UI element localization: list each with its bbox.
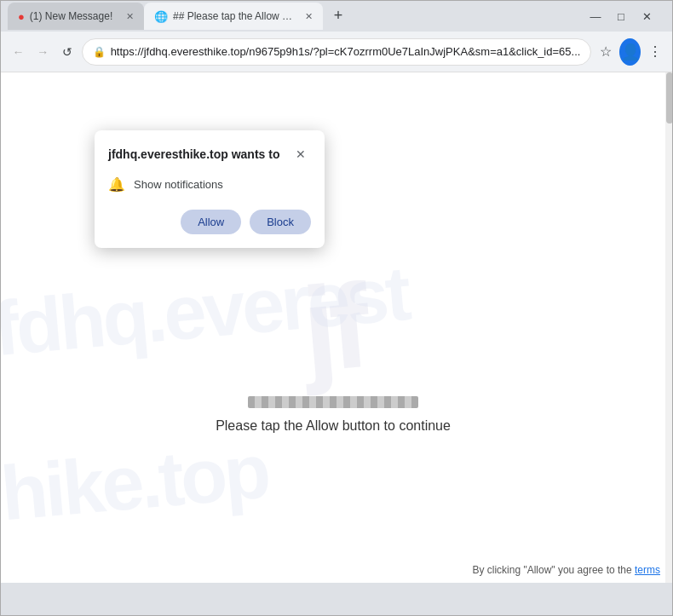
tab-1-title: (1) New Message! xyxy=(30,10,117,22)
page-area: jf jfdhq.everest hike.top Please tap the… xyxy=(1,72,673,583)
back-button[interactable]: ← xyxy=(8,38,29,66)
profile-button[interactable]: 👤 xyxy=(619,38,641,66)
permission-dialog: jfdhq.everesthike.top wants to ✕ 🔔 Show … xyxy=(95,130,325,248)
tab-2-title: ## Please tap the Allow button xyxy=(173,10,296,22)
dialog-buttons: Allow Block xyxy=(108,210,311,234)
tab-2[interactable]: 🌐 ## Please tap the Allow button ✕ xyxy=(144,3,323,30)
close-button[interactable]: ✕ xyxy=(635,4,659,28)
loading-bar xyxy=(248,396,418,408)
page-content: Please tap the Allow button to continue xyxy=(1,328,665,540)
reload-button[interactable]: ↺ xyxy=(57,38,78,66)
new-tab-button[interactable]: + xyxy=(326,3,350,27)
menu-button[interactable]: ⋮ xyxy=(644,38,665,66)
lock-icon: 🔒 xyxy=(93,46,106,58)
page-footer: By clicking "Allow" you agree to the ter… xyxy=(472,564,660,576)
window-controls: — □ ✕ xyxy=(584,4,659,28)
footer-text: By clicking "Allow" you agree to the xyxy=(472,564,631,576)
scrollbar-thumb[interactable] xyxy=(666,72,673,124)
tab-1-close[interactable]: ✕ xyxy=(122,9,137,24)
minimize-button[interactable]: — xyxy=(584,4,607,28)
url-text: https://jfdhq.everesthike.top/n9675p9h1s… xyxy=(111,45,581,58)
dialog-permission-row: 🔔 Show notifications xyxy=(108,176,311,193)
bookmark-button[interactable]: ☆ xyxy=(595,38,616,66)
scrollbar[interactable] xyxy=(665,72,673,583)
dialog-close-button[interactable]: ✕ xyxy=(290,144,311,164)
title-bar: ● (1) New Message! ✕ 🌐 ## Please tap the… xyxy=(1,1,672,32)
block-button[interactable]: Block xyxy=(250,210,311,234)
allow-button[interactable]: Allow xyxy=(181,210,241,234)
dialog-title: jfdhq.everesthike.top wants to xyxy=(108,147,279,161)
tab-1[interactable]: ● (1) New Message! ✕ xyxy=(8,3,144,30)
instruction-text: Please tap the Allow button to continue xyxy=(216,418,451,434)
forward-button[interactable]: → xyxy=(32,38,54,66)
browser-window: ● (1) New Message! ✕ 🌐 ## Please tap the… xyxy=(0,0,673,616)
permission-text: Show notifications xyxy=(134,178,223,191)
terms-link[interactable]: terms xyxy=(635,564,660,576)
maximize-button[interactable]: □ xyxy=(609,4,633,28)
bell-icon: 🔔 xyxy=(108,176,125,193)
address-bar[interactable]: 🔒 https://jfdhq.everesthike.top/n9675p9h… xyxy=(82,38,592,66)
tab-2-favicon: 🌐 xyxy=(154,10,168,23)
tab-2-close[interactable]: ✕ xyxy=(301,9,316,24)
navigation-bar: ← → ↺ 🔒 https://jfdhq.everesthike.top/n9… xyxy=(1,32,672,72)
dialog-header: jfdhq.everesthike.top wants to ✕ xyxy=(108,144,311,164)
tab-1-favicon: ● xyxy=(18,10,25,23)
